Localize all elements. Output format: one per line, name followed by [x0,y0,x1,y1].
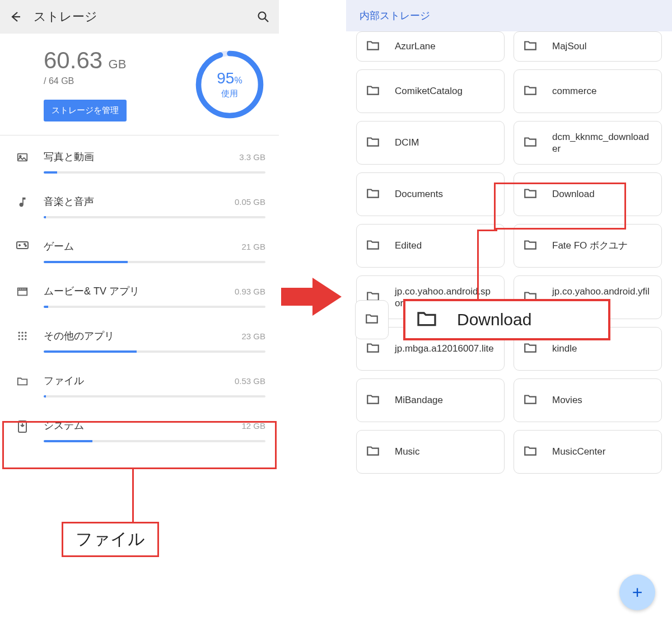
category-size: 0.05 GB [235,197,265,207]
folder-card[interactable]: Download [514,172,662,216]
folder-card[interactable]: ComiketCatalog [356,69,505,113]
folder-icon [523,83,540,100]
folder-card[interactable]: AzurLane [356,31,505,62]
svg-point-15 [18,338,20,340]
folder-card[interactable]: dcm_kknmc_downloader [514,121,662,165]
folder-card[interactable]: commerce [514,69,662,113]
category-bar [44,440,265,442]
category-name: 写真と動画 [44,150,94,163]
svg-point-11 [25,332,26,334]
folder-icon [523,186,540,203]
folder-name: MusicCenter [552,446,605,457]
callout-download-label: Download [457,310,531,329]
category-name: その他のアプリ [44,329,114,343]
category-name: システム [44,419,84,432]
folder-name: kindle [552,343,577,354]
apps-icon [11,330,34,342]
usage-ring-chart: 95% 使用 [194,49,265,120]
category-bar [44,216,265,218]
folder-icon [366,237,382,254]
folder-icon [366,134,382,151]
svg-point-16 [21,338,23,340]
folder-card[interactable]: Fate FO ボクユナ [514,224,662,268]
used-unit: GB [109,57,127,71]
usage-label: 使用 [221,88,238,99]
callout-files-label: ファイル [62,522,159,557]
page-title: ストレージ [34,8,256,25]
category-size: 21 GB [241,242,265,251]
folder-icon [366,38,382,55]
storage-summary: 60.63 GB / 64 GB ストレージを管理 95% 使用 [0,34,279,135]
usage-percent: 95 [217,69,234,87]
breadcrumb-label: 内部ストレージ [360,9,430,22]
category-size: 0.53 GB [235,376,265,386]
storage-category-row[interactable]: 写真と動画3.3 GB [0,135,279,180]
plus-icon: + [632,582,643,603]
storage-category-row[interactable]: ムービー& TV アプリ0.93 GB [0,270,279,315]
folder-card-partial[interactable] [355,300,389,339]
svg-point-17 [25,338,26,340]
callout-download: Download [403,299,610,340]
folder-card[interactable]: DCIM [356,121,505,165]
category-name: 音楽と音声 [44,195,94,208]
folder-card[interactable]: MajSoul [514,31,662,62]
folder-icon [11,375,34,387]
svg-marker-19 [281,278,342,316]
folder-card[interactable]: Music [356,430,505,474]
category-bar [44,306,265,308]
folder-icon [523,443,540,460]
folder-name: MiBandage [395,394,443,406]
folder-name: jp.mbga.a12016007.lite [395,343,494,354]
arrow-icon [281,274,343,319]
folder-name: MajSoul [552,40,586,52]
folder-card[interactable]: Movies [514,378,662,422]
folder-icon [523,38,540,55]
manage-storage-button[interactable]: ストレージを管理 [44,100,127,121]
folder-name: AzurLane [395,40,436,52]
category-bar [44,350,265,353]
total-capacity: / 64 GB [44,76,194,86]
category-size: 3.3 GB [239,152,265,162]
system-icon [11,420,34,433]
callout-connector [132,469,134,522]
category-bar [44,395,265,398]
folder-name: Documents [395,188,443,200]
svg-point-7 [25,245,26,246]
storage-category-row[interactable]: ゲーム21 GB [0,225,279,270]
app-header: ストレージ [0,0,279,34]
svg-point-6 [24,244,25,245]
used-amount: 60.63 [44,47,102,73]
folder-name: dcm_kknmc_downloader [552,131,652,155]
folder-name: Movies [552,394,582,406]
storage-category-row[interactable]: システム12 GB [0,404,279,449]
callout-connector [477,230,497,231]
fab-add-button[interactable]: + [619,574,655,610]
category-name: ゲーム [44,240,74,253]
folder-icon [366,83,382,100]
folder-icon [366,443,382,460]
folder-icon [366,392,382,409]
folder-card[interactable]: MusicCenter [514,430,662,474]
folder-icon [523,392,540,409]
breadcrumb[interactable]: 内部ストレージ [346,0,672,31]
storage-category-row[interactable]: 音楽と音声0.05 GB [0,180,279,225]
folder-icon [523,134,540,151]
storage-category-row[interactable]: ファイル0.53 GB [0,359,279,404]
folder-name: Fate FO ボクユナ [552,240,628,251]
category-size: 23 GB [241,331,265,341]
svg-point-14 [25,335,26,336]
category-size: 12 GB [241,421,265,431]
storage-category-row[interactable]: その他のアプリ23 GB [0,315,279,359]
folder-icon [523,340,540,357]
search-icon[interactable] [256,10,270,24]
back-icon[interactable] [9,10,22,24]
gamepad-icon [11,241,34,250]
folder-icon [523,237,540,254]
folder-name: DCIM [395,137,419,148]
folder-name: commerce [552,85,596,97]
folder-name: Music [395,446,419,457]
folder-card[interactable]: Documents [356,172,505,216]
folder-card[interactable]: MiBandage [356,378,505,422]
svg-point-10 [21,332,23,334]
image-icon [11,151,34,163]
